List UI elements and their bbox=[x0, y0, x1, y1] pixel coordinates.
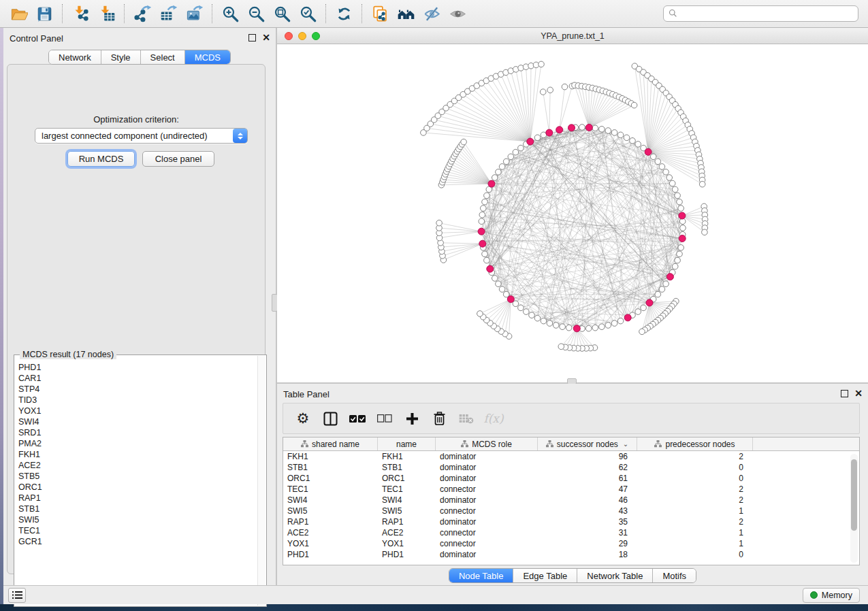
table-row[interactable]: ORC1ORC1dominator610 bbox=[283, 473, 859, 484]
add-column-button[interactable] bbox=[402, 408, 422, 429]
tab-style[interactable]: Style bbox=[101, 50, 141, 64]
run-mcds-button[interactable]: Run MCDS bbox=[67, 151, 135, 167]
export-network-button[interactable] bbox=[129, 2, 155, 25]
tab-node-table[interactable]: Node Table bbox=[449, 569, 514, 582]
table-cell: connector bbox=[436, 506, 538, 516]
table-cell: ORC1 bbox=[283, 473, 378, 484]
mcds-result-node[interactable]: ORC1 bbox=[18, 482, 257, 493]
table-row[interactable]: TEC1TEC1connector472 bbox=[283, 484, 859, 495]
tab-network[interactable]: Network bbox=[49, 50, 101, 64]
export-table-button[interactable] bbox=[155, 2, 181, 25]
column-header-shared-name[interactable]: shared name bbox=[283, 437, 378, 450]
mcds-result-node[interactable]: SWI5 bbox=[18, 514, 257, 525]
mcds-result-group: MCDS result (17 nodes) PHD1CAR1STP4TID3Y… bbox=[14, 354, 267, 607]
tab-mcds[interactable]: MCDS bbox=[185, 50, 230, 64]
import-network-button[interactable] bbox=[67, 2, 93, 25]
table-row[interactable]: ACE2ACE2connector311 bbox=[283, 527, 859, 538]
task-history-button[interactable] bbox=[8, 588, 26, 603]
select-all-rows-button[interactable] bbox=[347, 408, 368, 429]
zoom-in-button[interactable] bbox=[217, 2, 243, 25]
mcds-result-node[interactable]: FKH1 bbox=[18, 449, 257, 460]
mcds-result-node[interactable]: GCR1 bbox=[18, 536, 257, 547]
mcds-result-node[interactable]: PHD1 bbox=[18, 362, 257, 373]
import-table-button[interactable] bbox=[93, 2, 119, 25]
table-cell: 18 bbox=[538, 549, 637, 560]
table-scrollbar[interactable] bbox=[850, 454, 858, 563]
float-table-panel-icon[interactable] bbox=[841, 390, 848, 397]
float-panel-icon[interactable] bbox=[248, 34, 256, 42]
tab-edge-table[interactable]: Edge Table bbox=[513, 569, 577, 582]
open-file-icon bbox=[10, 5, 28, 23]
network-view-window: YPA_prune.txt_1 bbox=[277, 28, 868, 382]
table-row[interactable]: SWI5SWI5connector431 bbox=[283, 506, 859, 516]
mcds-result-node[interactable]: RAP1 bbox=[18, 493, 257, 503]
network-window-title: YPA_prune.txt_1 bbox=[277, 31, 868, 41]
deselect-all-rows-button[interactable] bbox=[374, 408, 395, 429]
zoom-out-button[interactable] bbox=[243, 2, 269, 25]
table-cell: FKH1 bbox=[283, 451, 378, 462]
mcds-result-list[interactable]: PHD1CAR1STP4TID3YOX1SWI4SRD1PMA2FKH1ACE2… bbox=[18, 362, 257, 604]
table-body: FKH1FKH1dominator962STB1STB1dominator620… bbox=[283, 451, 859, 560]
mcds-result-node[interactable]: SWI4 bbox=[18, 416, 257, 427]
column-header-name[interactable]: name bbox=[378, 437, 436, 450]
zoom-fit-button[interactable] bbox=[269, 2, 295, 25]
criterion-select[interactable]: largest connected component (undirected) bbox=[35, 128, 248, 144]
optimization-criterion-label: Optimization criterion: bbox=[7, 114, 265, 125]
table-cell: 1 bbox=[637, 506, 753, 516]
tab-motifs[interactable]: Motifs bbox=[653, 569, 696, 582]
tab-network-table[interactable]: Network Table bbox=[577, 569, 653, 582]
close-table-panel-icon[interactable]: ✕ bbox=[854, 389, 863, 399]
mcds-result-node[interactable]: STB5 bbox=[18, 471, 257, 482]
table-cell: ORC1 bbox=[378, 473, 436, 484]
table-scrollbar-thumb[interactable] bbox=[851, 459, 857, 531]
import-table-icon bbox=[97, 5, 116, 23]
mcds-result-scrollbar[interactable] bbox=[257, 356, 266, 606]
table-row[interactable]: RAP1RAP1dominator352 bbox=[283, 516, 859, 527]
mcds-result-node[interactable]: ACE2 bbox=[18, 460, 257, 471]
column-header-MCDS-role[interactable]: MCDS role bbox=[436, 437, 538, 450]
zoom-out-icon bbox=[247, 5, 266, 23]
table-row[interactable]: YOX1YOX1connector291 bbox=[283, 538, 859, 549]
clone-network-button[interactable] bbox=[367, 2, 393, 25]
export-image-button[interactable] bbox=[181, 2, 207, 25]
mcds-result-node[interactable]: YOX1 bbox=[18, 406, 257, 416]
open-file-button[interactable] bbox=[5, 2, 31, 25]
control-panel-title: Control Panel bbox=[10, 33, 63, 44]
mcds-result-node[interactable]: CAR1 bbox=[18, 373, 257, 384]
table-row[interactable]: FKH1FKH1dominator962 bbox=[283, 451, 859, 462]
memory-button[interactable]: Memory bbox=[803, 588, 860, 603]
close-panel-icon[interactable]: ✕ bbox=[262, 33, 270, 43]
network-graph[interactable] bbox=[277, 44, 868, 382]
mcds-result-node[interactable]: SRD1 bbox=[18, 427, 257, 438]
deselect-all-icon bbox=[377, 414, 392, 423]
refresh-button[interactable] bbox=[331, 2, 357, 25]
show-all-button[interactable] bbox=[445, 2, 470, 25]
table-row[interactable]: PHD1PHD1dominator180 bbox=[283, 549, 859, 560]
table-row[interactable]: SWI4SWI4dominator462 bbox=[283, 495, 859, 506]
table-cell: dominator bbox=[436, 473, 538, 484]
delete-column-button[interactable] bbox=[429, 408, 449, 429]
first-neighbors-icon bbox=[397, 5, 415, 23]
column-header-predecessor-nodes[interactable]: predecessor nodes bbox=[637, 437, 753, 450]
column-layout-button[interactable] bbox=[320, 408, 340, 429]
mcds-result-node[interactable]: TEC1 bbox=[18, 525, 257, 536]
close-panel-button[interactable]: Close panel bbox=[142, 151, 214, 167]
table-settings-button[interactable]: ⚙ bbox=[293, 408, 313, 429]
table-cell: 0 bbox=[637, 473, 753, 484]
mcds-result-node[interactable]: STB1 bbox=[18, 503, 257, 514]
search-input[interactable] bbox=[663, 5, 858, 22]
table-row[interactable]: STB1STB1dominator620 bbox=[283, 462, 859, 473]
first-neighbors-button[interactable] bbox=[393, 2, 419, 25]
mcds-result-node[interactable]: TID3 bbox=[18, 395, 257, 406]
mcds-result-node[interactable]: STP4 bbox=[18, 384, 257, 395]
hide-selected-button[interactable] bbox=[419, 2, 445, 25]
zoom-in-icon bbox=[221, 5, 240, 23]
column-header-successor-nodes[interactable]: successor nodes⌄ bbox=[538, 437, 637, 450]
table-cell: 96 bbox=[538, 451, 637, 462]
mcds-result-node[interactable]: PMA2 bbox=[18, 438, 257, 449]
zoom-selected-icon bbox=[299, 5, 317, 23]
tab-select[interactable]: Select bbox=[141, 50, 185, 64]
table-cell: ACE2 bbox=[378, 527, 436, 538]
zoom-selected-button[interactable] bbox=[295, 2, 321, 25]
save-session-button[interactable] bbox=[31, 2, 57, 25]
